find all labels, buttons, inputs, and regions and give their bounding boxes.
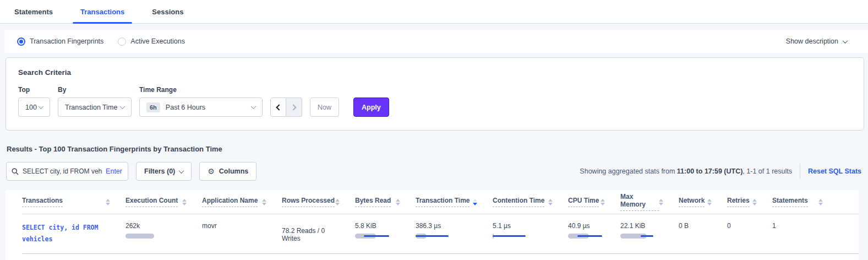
radio-selected-icon [17, 37, 25, 46]
transaction-fingerprint-link[interactable]: SELECT city, id FROM vehicles [22, 222, 113, 245]
vertical-divider [800, 164, 800, 179]
sort-icon[interactable] [106, 199, 110, 205]
column-label[interactable]: Application Name [202, 197, 258, 207]
time-range-field: Time Range 6h Past 6 Hours [139, 86, 263, 117]
retries-value: 0 [727, 222, 761, 230]
execution-count-value: 262k [125, 222, 191, 230]
columns-button[interactable]: ⚙ Columns [199, 162, 256, 181]
radio-active-executions[interactable]: Active Executions [118, 37, 185, 46]
max-memory-bar [620, 234, 656, 239]
radio-label: Active Executions [130, 37, 185, 45]
cell-statements: 1 [772, 222, 838, 230]
by-field: By Transaction Time [58, 86, 132, 117]
search-criteria-form: Top 100 By Transaction Time Time Range 6… [18, 86, 851, 117]
stats-area: Showing aggregated stats from 11:00 to 1… [580, 164, 861, 179]
application-name-value: movr [202, 222, 271, 230]
sort-icon-active-desc[interactable] [473, 199, 477, 205]
sort-icon[interactable] [818, 199, 823, 205]
column-label[interactable]: Transactions [22, 197, 63, 207]
chevron-down-icon [843, 38, 848, 44]
column-label[interactable]: CPU Time [568, 197, 599, 207]
column-header-transactions: Transactions [22, 197, 125, 207]
show-description-toggle[interactable]: Show description [786, 37, 847, 45]
search-box: Enter [6, 162, 128, 181]
table-row: SELECT city, id FROM vehicles 262k movr … [22, 214, 859, 254]
now-button[interactable]: Now [310, 98, 339, 117]
columns-label: Columns [219, 167, 248, 175]
column-header-cpu-time: CPU Time [568, 197, 620, 207]
sort-icon[interactable] [548, 199, 553, 205]
contention-time-value: 5.1 µs [493, 222, 557, 230]
search-criteria-title: Search Criteria [18, 68, 851, 77]
column-label[interactable]: Rows Processed [282, 197, 335, 207]
column-header-statements: Statements [772, 197, 838, 207]
time-next-button[interactable] [286, 98, 302, 117]
transaction-time-bar [416, 234, 451, 239]
time-prev-button[interactable] [270, 98, 286, 117]
cell-cpu-time: 40.9 µs [568, 222, 620, 239]
chevron-down-icon [39, 104, 44, 109]
reset-sql-stats-link[interactable]: Reset SQL Stats [808, 167, 861, 175]
sort-icon[interactable] [659, 199, 663, 205]
cell-network: 0 B [679, 222, 727, 230]
sort-icon[interactable] [182, 199, 187, 205]
max-memory-value: 22.1 KiB [620, 222, 668, 230]
column-header-network: Network [679, 197, 727, 207]
column-label[interactable]: Bytes Read [355, 197, 391, 207]
results-controls-row: Enter Filters (0) ⚙ Columns Showing aggr… [6, 162, 861, 181]
sort-icon[interactable] [396, 199, 400, 205]
radio-transaction-fingerprints[interactable]: Transaction Fingerprints [17, 37, 103, 46]
radio-label: Transaction Fingerprints [30, 37, 103, 45]
cell-contention-time: 5.1 µs [493, 222, 568, 239]
view-toggle-strip: Transaction Fingerprints Active Executio… [4, 30, 868, 53]
results-title: Results - Top 100 Transaction Fingerprin… [7, 145, 868, 153]
network-value: 0 B [679, 222, 716, 230]
by-value: Transaction Time [65, 104, 117, 111]
column-header-contention-time: Contention Time [493, 197, 568, 207]
stats-prefix: Showing aggregated stats from [580, 167, 677, 175]
sort-icon[interactable] [262, 199, 266, 205]
statements-value: 1 [772, 222, 827, 230]
search-enter-button[interactable]: Enter [106, 167, 122, 175]
stats-suffix: , 1-1 of 1 results [743, 167, 792, 175]
filters-button[interactable]: Filters (0) [136, 162, 192, 181]
column-label[interactable]: Transaction Time [416, 197, 470, 207]
search-input[interactable] [23, 167, 102, 175]
column-header-transaction-time: Transaction Time [416, 197, 493, 207]
cell-transaction-time: 386.3 µs [416, 222, 493, 239]
filters-label: Filters (0) [144, 167, 175, 175]
page-tabbar: Statements Transactions Sessions [0, 0, 868, 24]
tab-transactions[interactable]: Transactions [73, 8, 132, 23]
by-label: By [58, 86, 132, 94]
by-select[interactable]: Transaction Time [58, 98, 132, 117]
sort-icon[interactable] [707, 199, 712, 205]
column-label[interactable]: Retries [727, 197, 750, 207]
cell-transaction: SELECT city, id FROM vehicles [22, 222, 125, 245]
top-select[interactable]: 100 [18, 98, 50, 117]
column-label[interactable]: Contention Time [493, 197, 544, 207]
stats-range: 11:00 to 17:59 (UTC) [677, 167, 743, 175]
time-range-select[interactable]: 6h Past 6 Hours [139, 98, 263, 117]
sort-icon[interactable] [752, 199, 757, 205]
apply-button[interactable]: Apply [353, 98, 389, 117]
stats-text: Showing aggregated stats from 11:00 to 1… [580, 167, 792, 175]
tab-sessions[interactable]: Sessions [144, 8, 191, 23]
column-label[interactable]: Statements [772, 197, 808, 207]
show-description-label: Show description [786, 37, 838, 45]
column-header-max-memory: Max Memory [620, 193, 679, 211]
column-label[interactable]: Execution Count [125, 197, 178, 207]
cell-bytes-read: 5.8 KiB [355, 222, 416, 239]
sort-icon[interactable] [600, 199, 605, 205]
column-header-execution-count: Execution Count [125, 197, 202, 207]
top-value: 100 [25, 104, 37, 111]
chevron-down-icon [251, 104, 256, 109]
column-header-application-name: Application Name [202, 197, 282, 207]
column-label[interactable]: Network [679, 197, 705, 207]
column-header-rows-processed: Rows Processed [282, 197, 355, 207]
tab-statements[interactable]: Statements [7, 8, 61, 23]
top-label: Top [18, 86, 50, 94]
sort-icon[interactable] [335, 199, 340, 205]
column-header-retries: Retries [727, 197, 772, 207]
column-label[interactable]: Max Memory [620, 193, 659, 211]
cpu-time-value: 40.9 µs [568, 222, 609, 230]
